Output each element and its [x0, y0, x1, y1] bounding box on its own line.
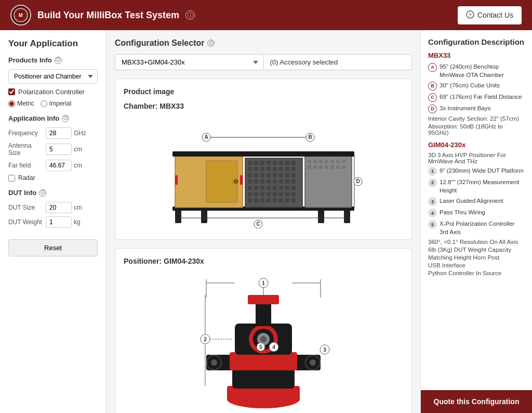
svg-rect-52 [285, 186, 289, 190]
svg-text:4: 4 [272, 344, 275, 350]
svg-rect-33 [267, 173, 271, 177]
svg-text:?: ? [469, 12, 472, 18]
config-controls: MBX33+GIM04-230x (0) Accessory selected [115, 54, 412, 70]
imperial-radio-label[interactable]: Imperial [41, 100, 72, 107]
gim04-item: 19" (230mm) Wide DUT Platform [428, 166, 525, 176]
svg-rect-14 [248, 161, 252, 165]
svg-rect-68 [285, 198, 289, 202]
far-field-input[interactable] [46, 160, 72, 171]
dut-weight-row: DUT Weight kg [8, 216, 98, 228]
radar-label[interactable]: Radar [18, 174, 35, 182]
svg-text:A: A [204, 134, 208, 140]
svg-rect-45 [291, 179, 296, 184]
sidebar: Your Application Products Info ⓘ Positio… [0, 30, 107, 413]
contact-icon: ? [466, 10, 474, 20]
svg-rect-39 [254, 179, 258, 184]
svg-rect-26 [273, 167, 277, 171]
main-content: Configuration Selector ⓘ MBX33+GIM04-230… [107, 30, 420, 413]
svg-rect-86 [240, 175, 243, 185]
frequency-unit: GHz [74, 130, 86, 137]
svg-rect-24 [260, 167, 264, 171]
svg-rect-66 [273, 198, 277, 202]
svg-text:1: 1 [262, 280, 265, 286]
dut-size-row: DUT Size cm [8, 202, 98, 213]
metric-radio-label[interactable]: Metric [8, 100, 34, 107]
antenna-size-row: Antenna Size cm [8, 142, 98, 157]
dut-size-input[interactable] [46, 202, 72, 213]
gim04-intro: 3D 3 Axis HVP Positioner For MmWave And … [428, 152, 525, 164]
svg-rect-71 [308, 160, 311, 163]
antenna-size-unit: cm [74, 146, 82, 153]
polarization-controller-row: Polarization Controller [8, 88, 98, 96]
svg-rect-18 [273, 161, 277, 165]
svg-rect-28 [285, 167, 289, 171]
contact-button[interactable]: ? Contact Us [458, 6, 522, 24]
svg-rect-37 [291, 173, 296, 177]
dut-info-label: DUT Info [8, 189, 36, 197]
header: M Build Your MilliBox Test System ⓘ ? Co… [0, 0, 532, 30]
quote-button[interactable]: Quote this Configuration [421, 390, 532, 413]
mbx33-plain-item: Interior Cavity Section: 22" (57cm) [428, 115, 525, 122]
antenna-size-input[interactable] [46, 144, 72, 155]
metric-radio[interactable] [8, 100, 15, 107]
gim04-plain-item: 360°, <0.1° Resolution On All Axis [428, 239, 525, 245]
svg-rect-82 [330, 165, 334, 169]
dut-info-icon[interactable]: ⓘ [39, 189, 46, 197]
svg-rect-47 [254, 186, 258, 190]
mbx33-plain-item: Absorption: 50dB (18GHz to 95GHz) [428, 123, 525, 136]
svg-rect-30 [248, 173, 252, 177]
gim04-plain-item: 6lb (3Kg) DUT Weight Capacity [428, 247, 525, 253]
sidebar-title: Your Application [8, 38, 98, 49]
radar-checkbox[interactable] [8, 175, 15, 182]
polarization-controller-checkbox[interactable] [8, 88, 15, 95]
svg-text:D: D [356, 178, 360, 184]
chamber-label: Chamber: MBX33 [124, 102, 403, 110]
svg-text:3: 3 [323, 347, 326, 353]
svg-rect-21 [291, 161, 296, 165]
right-panel: Configuration Description MBX33 A95" (24… [420, 30, 532, 413]
header-info-icon[interactable]: ⓘ [185, 10, 195, 20]
application-info-icon[interactable]: ⓘ [62, 115, 69, 122]
svg-rect-78 [308, 165, 311, 169]
mbx33-item: C69" (176cm) Far Field Distance [428, 93, 525, 102]
svg-point-115 [310, 359, 316, 366]
products-info-icon[interactable]: ⓘ [55, 57, 62, 64]
svg-rect-80 [319, 165, 323, 169]
svg-rect-34 [273, 173, 277, 177]
config-desc-title: Configuration Description [428, 37, 525, 46]
frequency-label: Frequency [8, 130, 44, 137]
gim04-plain-item: Matching Height Horn Post [428, 254, 525, 261]
svg-point-109 [260, 336, 267, 342]
svg-text:B: B [308, 134, 312, 140]
reset-button[interactable]: Reset [8, 239, 98, 256]
svg-rect-54 [248, 192, 252, 196]
polarization-controller-label[interactable]: Polarization Controller [18, 88, 85, 96]
svg-rect-19 [279, 161, 283, 165]
svg-rect-29 [291, 167, 296, 171]
config-selector-info-icon[interactable]: ⓘ [207, 40, 215, 47]
chamber-section: Product image Chamber: MBX33 [115, 79, 412, 240]
config-dropdown[interactable]: MBX33+GIM04-230x [115, 54, 264, 70]
svg-rect-58 [273, 192, 277, 196]
dut-weight-input[interactable] [46, 216, 72, 228]
products-dropdown[interactable]: Positioner and Chamber Chamber Only Posi… [8, 69, 98, 84]
accessory-label: (0) Accessory selected [270, 58, 338, 66]
imperial-radio[interactable] [41, 100, 47, 107]
dut-weight-label: DUT Weight [8, 218, 44, 226]
dut-size-label: DUT Size [8, 204, 44, 211]
gim04-items: 19" (230mm) Wide DUT Platform212.8"" (32… [428, 166, 525, 236]
svg-rect-53 [291, 186, 296, 190]
header-left: M Build Your MilliBox Test System ⓘ [10, 5, 195, 25]
frequency-input[interactable] [46, 127, 72, 139]
svg-rect-57 [267, 192, 271, 196]
svg-rect-25 [267, 167, 271, 171]
svg-rect-44 [285, 179, 289, 184]
svg-rect-31 [254, 173, 258, 177]
dut-size-unit: cm [74, 204, 82, 211]
svg-rect-35 [279, 173, 283, 177]
svg-rect-72 [313, 160, 317, 163]
positioner-label: Positioner: GIM04-230x [124, 257, 403, 265]
svg-rect-62 [248, 198, 252, 202]
svg-text:2: 2 [204, 337, 207, 342]
frequency-row: Frequency GHz [8, 127, 98, 139]
